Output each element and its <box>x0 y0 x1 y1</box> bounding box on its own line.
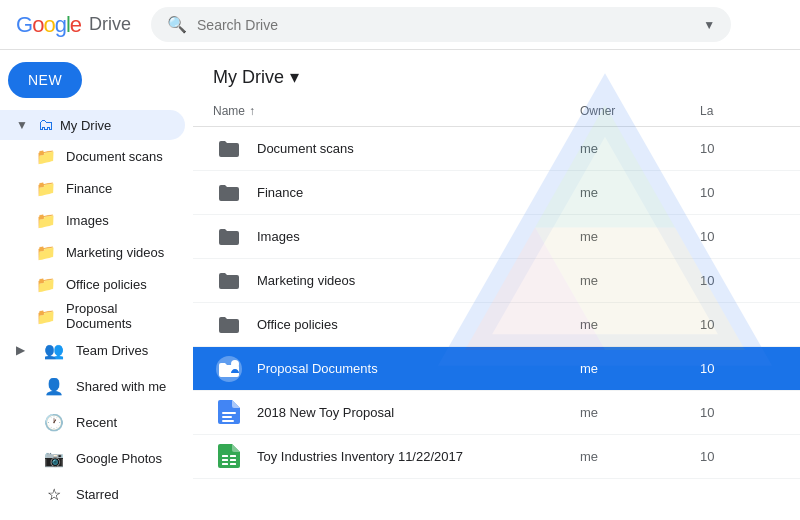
file-owner: me <box>580 185 700 200</box>
folder-shared-icon: 📁 <box>36 307 56 326</box>
google-logo: Google <box>16 12 81 38</box>
table-row[interactable]: Toy Industries Inventory 11/22/2017 me 1… <box>193 435 800 479</box>
file-date: 10 <box>700 185 780 200</box>
starred-label: Starred <box>76 487 119 502</box>
sidebar-item-trash[interactable]: 🗑 Trash <box>0 512 185 520</box>
file-date: 10 <box>700 273 780 288</box>
svg-rect-9 <box>222 420 234 422</box>
shared-icon: 👤 <box>44 377 64 396</box>
svg-rect-7 <box>222 412 236 414</box>
photos-icon: 📷 <box>44 449 64 468</box>
table-row[interactable]: 2018 New Toy Proposal me 10 <box>193 391 800 435</box>
column-last-header: La <box>700 104 780 118</box>
svg-rect-8 <box>222 416 232 418</box>
sidebar-item-my-drive[interactable]: ▼ 🗂 My Drive <box>0 110 185 140</box>
svg-rect-11 <box>230 455 236 457</box>
content-area: My Drive ▾ Name ↑ Owner La Document scan… <box>193 50 800 520</box>
content-title: My Drive ▾ <box>213 66 299 88</box>
drive-icon: 🗂 <box>36 116 56 134</box>
search-bar: 🔍 ▼ <box>151 7 731 42</box>
file-date: 10 <box>700 449 780 464</box>
sidebar-item-starred[interactable]: ☆ Starred <box>0 476 185 512</box>
search-icon: 🔍 <box>167 15 187 34</box>
file-name: Images <box>257 229 580 244</box>
sidebar-sub-item[interactable]: 📁 Marketing videos <box>0 236 193 268</box>
file-date: 10 <box>700 141 780 156</box>
file-date: 10 <box>700 317 780 332</box>
table-row-selected[interactable]: Proposal Documents me 10 <box>193 347 800 391</box>
folder-icon: 📁 <box>36 243 56 262</box>
title-chevron-icon[interactable]: ▾ <box>290 66 299 88</box>
sub-item-label: Marketing videos <box>66 245 164 260</box>
file-owner: me <box>580 405 700 420</box>
folder-icon: 📁 <box>36 147 56 166</box>
file-name: Toy Industries Inventory 11/22/2017 <box>257 449 580 464</box>
chevron-right-icon: ▶ <box>16 343 32 357</box>
table-row[interactable]: Marketing videos me 10 <box>193 259 800 303</box>
sidebar-item-shared[interactable]: 👤 Shared with me <box>0 368 185 404</box>
main-layout: NEW ▼ 🗂 My Drive 📁 Document scans 📁 Fina… <box>0 50 800 520</box>
page-title: My Drive <box>213 67 284 88</box>
file-name: 2018 New Toy Proposal <box>257 405 580 420</box>
chevron-down-icon: ▼ <box>16 118 32 132</box>
sidebar-item-recent[interactable]: 🕐 Recent <box>0 404 185 440</box>
file-name: Document scans <box>257 141 580 156</box>
sub-item-label: Proposal Documents <box>66 301 177 331</box>
folder-icon: 📁 <box>36 275 56 294</box>
file-owner: me <box>580 361 700 376</box>
svg-rect-14 <box>222 463 228 465</box>
file-date: 10 <box>700 405 780 420</box>
column-owner-header: Owner <box>580 104 700 118</box>
file-owner: me <box>580 273 700 288</box>
table-row[interactable]: Images me 10 <box>193 215 800 259</box>
svg-rect-15 <box>230 463 236 465</box>
logo: Google Drive <box>16 12 131 38</box>
sort-arrow-icon: ↑ <box>249 104 255 118</box>
sidebar-item-photos[interactable]: 📷 Google Photos <box>0 440 185 476</box>
table-row[interactable]: Office policies me 10 <box>193 303 800 347</box>
file-name: Finance <box>257 185 580 200</box>
search-input[interactable] <box>197 17 693 33</box>
sub-item-label: Office policies <box>66 277 147 292</box>
file-date: 10 <box>700 361 780 376</box>
sidebar-sub-item[interactable]: 📁 Proposal Documents <box>0 300 193 332</box>
file-owner: me <box>580 229 700 244</box>
column-name-header[interactable]: Name ↑ <box>213 104 580 118</box>
file-date: 10 <box>700 229 780 244</box>
file-owner: me <box>580 141 700 156</box>
sub-item-label: Finance <box>66 181 112 196</box>
header: Google Drive 🔍 ▼ <box>0 0 800 50</box>
sidebar-sub-item[interactable]: 📁 Finance <box>0 172 193 204</box>
drive-logo-text: Drive <box>89 14 131 35</box>
table-header: Name ↑ Owner La <box>193 96 800 127</box>
content-header: My Drive ▾ <box>193 50 800 96</box>
star-icon: ☆ <box>44 485 64 504</box>
svg-point-6 <box>231 360 239 368</box>
photos-label: Google Photos <box>76 451 162 466</box>
my-drive-label: My Drive <box>60 118 111 133</box>
folder-icon: 📁 <box>36 179 56 198</box>
sub-item-label: Document scans <box>66 149 163 164</box>
new-button[interactable]: NEW <box>8 62 82 98</box>
my-drive-sub-items: 📁 Document scans 📁 Finance 📁 Images 📁 Ma… <box>0 140 193 332</box>
sidebar-sub-item[interactable]: 📁 Images <box>0 204 193 236</box>
team-drives-icon: 👥 <box>44 341 64 360</box>
svg-rect-10 <box>222 455 228 457</box>
sidebar-sub-item[interactable]: 📁 Document scans <box>0 140 193 172</box>
table-row[interactable]: Document scans me 10 <box>193 127 800 171</box>
name-col-label: Name <box>213 104 245 118</box>
folder-icon <box>213 309 245 341</box>
file-owner: me <box>580 449 700 464</box>
folder-icon: 📁 <box>36 211 56 230</box>
recent-label: Recent <box>76 415 117 430</box>
table-row[interactable]: Finance me 10 <box>193 171 800 215</box>
search-dropdown-arrow[interactable]: ▼ <box>703 18 715 32</box>
sidebar-sub-item[interactable]: 📁 Office policies <box>0 268 193 300</box>
sidebar-item-team-drives[interactable]: ▶ 👥 Team Drives <box>0 332 185 368</box>
folder-shared-icon <box>213 353 245 385</box>
sub-item-label: Images <box>66 213 109 228</box>
sheets-file-icon <box>213 441 245 473</box>
team-drives-label: Team Drives <box>76 343 148 358</box>
svg-rect-12 <box>222 459 228 461</box>
svg-rect-13 <box>230 459 236 461</box>
